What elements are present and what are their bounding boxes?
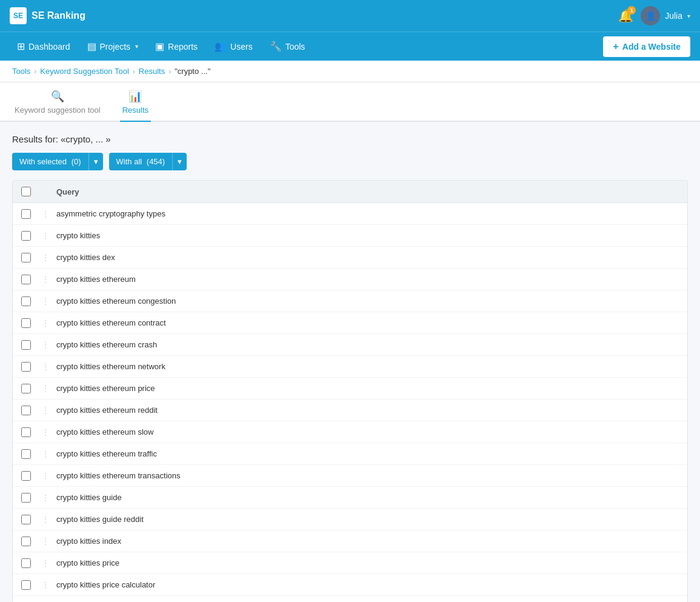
row-check-col[interactable]: [13, 558, 39, 568]
table-row: ⋮ crypto kitties index: [13, 530, 687, 552]
with-all-label[interactable]: With all (454): [109, 153, 173, 170]
projects-icon: ▤: [87, 41, 96, 52]
row-checkbox[interactable]: [21, 275, 31, 284]
row-checkbox[interactable]: [21, 340, 31, 350]
nav-users-label: Users: [230, 42, 253, 52]
drag-handle: ⋮: [39, 559, 52, 567]
row-query: crypto kitties ethereum: [52, 269, 687, 290]
row-checkbox[interactable]: [21, 493, 31, 503]
row-check-col[interactable]: [13, 340, 39, 350]
with-all-button[interactable]: With all (454) ▾: [109, 153, 187, 170]
keyword-table: Query ⋮ asymmetric cryptography types ⋮ …: [12, 180, 688, 602]
notification-bell[interactable]: 🔔 1: [618, 8, 633, 23]
select-all-checkbox[interactable]: [21, 187, 31, 196]
table-row: ⋮ crypto kitties ethereum crash: [13, 334, 687, 356]
nav-tools[interactable]: 🔧 Tools: [262, 36, 313, 57]
row-check-col[interactable]: [13, 209, 39, 219]
nav-items: ⊞ Dashboard ▤ Projects ▾ ▣ Reports 👥 Use…: [10, 36, 312, 57]
row-check-col[interactable]: [13, 384, 39, 393]
row-check-col[interactable]: [13, 406, 39, 415]
table-row: ⋮ crypto kitties price chart: [13, 596, 687, 602]
row-checkbox[interactable]: [21, 515, 31, 524]
chevron-down-icon: ▾: [178, 157, 182, 166]
drag-handle: ⋮: [39, 493, 52, 502]
row-checkbox[interactable]: [21, 384, 31, 393]
drag-handle: ⋮: [39, 363, 52, 371]
row-query: crypto kitties ethereum congestion: [52, 290, 687, 312]
row-checkbox[interactable]: [21, 318, 31, 328]
row-checkbox[interactable]: [21, 231, 31, 241]
nav-users[interactable]: 👥 Users: [207, 36, 260, 57]
nav-reports[interactable]: ▣ Reports: [148, 36, 205, 57]
avatar: 👤: [641, 6, 660, 25]
table-row: ⋮ crypto kitties ethereum reddit: [13, 400, 687, 421]
row-checkbox[interactable]: [21, 537, 31, 546]
breadcrumb-keyword-tool[interactable]: Keyword Suggestion Tool: [40, 67, 128, 76]
with-selected-button[interactable]: With selected (0) ▾: [12, 153, 103, 170]
projects-chevron-icon: ▾: [135, 43, 138, 50]
drag-handle: ⋮: [39, 406, 52, 415]
row-checkbox[interactable]: [21, 427, 31, 437]
drag-handle: ⋮: [39, 275, 52, 284]
nav-projects[interactable]: ▤ Projects ▾: [80, 36, 146, 57]
drag-handle: ⋮: [39, 515, 52, 524]
breadcrumb-current: "crypto ...": [175, 67, 210, 76]
add-website-button[interactable]: + Add a Website: [603, 36, 690, 57]
row-checkbox[interactable]: [21, 296, 31, 306]
breadcrumb-sep-1: ›: [34, 67, 36, 76]
row-checkbox[interactable]: [21, 471, 31, 481]
nav-projects-label: Projects: [100, 42, 131, 52]
row-query: crypto kitties dex: [52, 247, 687, 268]
row-checkbox[interactable]: [21, 253, 31, 263]
select-all-col[interactable]: [13, 187, 39, 196]
row-checkbox[interactable]: [21, 580, 31, 590]
row-checkbox[interactable]: [21, 362, 31, 372]
tab-keyword-suggestion[interactable]: 🔍 Keyword suggestion tool: [12, 82, 103, 122]
top-nav-right: 🔔 1 👤 Julia ▾: [618, 6, 690, 25]
drag-handle: ⋮: [39, 319, 52, 327]
tab-results[interactable]: 📊 Results: [120, 82, 151, 122]
row-query: crypto kitties ethereum slow: [52, 421, 687, 443]
row-check-col[interactable]: [13, 318, 39, 328]
row-checkbox[interactable]: [21, 406, 31, 415]
row-query: crypto kitties ethereum contract: [52, 312, 687, 333]
row-check-col[interactable]: [13, 537, 39, 546]
breadcrumb-results[interactable]: Results: [139, 67, 165, 76]
nav-dashboard[interactable]: ⊞ Dashboard: [10, 36, 78, 57]
table-header: Query: [13, 181, 687, 203]
row-checkbox[interactable]: [21, 449, 31, 459]
action-buttons: With selected (0) ▾ With all (454) ▾: [12, 153, 688, 170]
table-row: ⋮ crypto kitties ethereum: [13, 269, 687, 290]
row-check-col[interactable]: [13, 580, 39, 590]
drag-handle: ⋮: [39, 581, 52, 589]
row-check-col[interactable]: [13, 493, 39, 503]
with-all-dropdown-arrow[interactable]: ▾: [172, 153, 187, 170]
row-check-col[interactable]: [13, 231, 39, 241]
table-row: ⋮ crypto kitties ethereum network: [13, 356, 687, 378]
row-check-col[interactable]: [13, 296, 39, 306]
row-check-col[interactable]: [13, 427, 39, 437]
breadcrumb: Tools › Keyword Suggestion Tool › Result…: [0, 61, 700, 82]
app-logo[interactable]: SE SE Ranking: [10, 7, 85, 24]
user-menu[interactable]: 👤 Julia ▾: [641, 6, 690, 25]
row-check-col[interactable]: [13, 253, 39, 263]
logo-icon: SE: [10, 7, 27, 24]
with-selected-label[interactable]: With selected (0): [12, 153, 88, 170]
drag-handle: ⋮: [39, 341, 52, 349]
row-checkbox[interactable]: [21, 209, 31, 219]
breadcrumb-tools[interactable]: Tools: [12, 67, 30, 76]
breadcrumb-sep-3: ›: [168, 67, 171, 76]
with-selected-dropdown-arrow[interactable]: ▾: [88, 153, 103, 170]
row-check-col[interactable]: [13, 471, 39, 481]
row-checkbox[interactable]: [21, 558, 31, 568]
chevron-down-icon: ▾: [687, 13, 690, 19]
row-query: crypto kitties: [52, 225, 687, 246]
row-check-col[interactable]: [13, 515, 39, 524]
search-icon: 🔍: [51, 90, 64, 103]
row-check-col[interactable]: [13, 449, 39, 459]
row-check-col[interactable]: [13, 362, 39, 372]
table-row: ⋮ crypto kitties ethereum price: [13, 378, 687, 400]
tool-tabs: 🔍 Keyword suggestion tool 📊 Results: [0, 82, 700, 122]
row-check-col[interactable]: [13, 275, 39, 284]
drag-handle: ⋮: [39, 537, 52, 546]
